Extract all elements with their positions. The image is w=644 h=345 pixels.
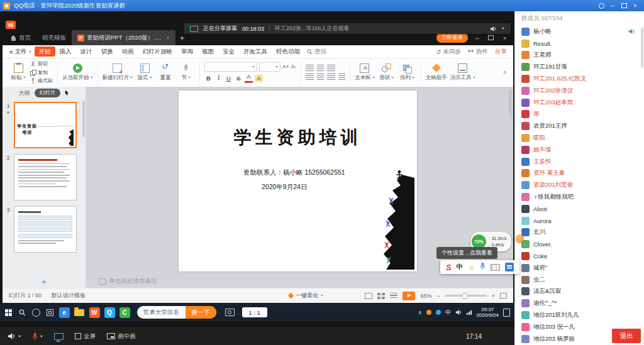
- microphone-control[interactable]: [32, 332, 43, 341]
- minimize-button[interactable]: ─: [607, 1, 618, 10]
- ribbon-tab-安全[interactable]: 安全: [218, 47, 239, 57]
- member-row[interactable]: 她不懂: [515, 144, 644, 156]
- slide-editor[interactable]: 学生资助培训 资助联系人：杨小略 15255062551 2020年9月24日: [179, 90, 417, 271]
- search-go-button[interactable]: 搜一下: [186, 306, 216, 319]
- taskbar-clock[interactable]: 20:37 2020/9/24: [476, 307, 499, 319]
- member-row[interactable]: 北川.: [515, 227, 644, 239]
- zoom-out-button[interactable]: −: [436, 293, 440, 299]
- ribbon-tab-视图[interactable]: 视图: [197, 47, 218, 57]
- ime-mic-icon[interactable]: [480, 261, 486, 273]
- paste-button[interactable]: 粘贴: [9, 63, 27, 82]
- tab-document[interactable]: P 资助培训PPT（2020版）.pptx ×: [72, 30, 175, 45]
- wps-logo[interactable]: W: [6, 21, 16, 29]
- member-row[interactable]: 闹: [515, 109, 644, 121]
- thumbnails-scrollbar[interactable]: [82, 101, 85, 137]
- shapes-button[interactable]: 形状: [378, 63, 396, 82]
- slide-thumbnail-2[interactable]: [14, 154, 77, 200]
- find-command[interactable]: 查找: [307, 48, 326, 56]
- font-size-select[interactable]: [259, 62, 280, 72]
- arrange-button[interactable]: 排列: [399, 63, 416, 82]
- exit-call-button[interactable]: 退出: [612, 329, 641, 343]
- member-row[interactable]: 暖阳.: [515, 132, 644, 144]
- ime-mode-indicator[interactable]: 中: [457, 263, 464, 271]
- close-tab-icon[interactable]: ×: [166, 35, 170, 41]
- section-button[interactable]: 节: [177, 63, 195, 82]
- ribbon-tab-切换[interactable]: 切换: [97, 47, 118, 57]
- bold-button[interactable]: B: [204, 75, 213, 82]
- task-view-icon[interactable]: [43, 304, 57, 321]
- share-collapse-icon[interactable]: [502, 28, 504, 30]
- close-button[interactable]: ×: [630, 1, 641, 10]
- tray-qq-icon[interactable]: [426, 310, 431, 315]
- cut-button[interactable]: 剪切: [30, 60, 53, 67]
- add-slide-button[interactable]: +: [3, 277, 86, 287]
- font-family-select[interactable]: [204, 62, 257, 72]
- strikethrough-button[interactable]: S: [235, 75, 243, 82]
- member-row[interactable]: Result.: [515, 38, 644, 50]
- member-row[interactable]: 环工201.625.纪凯文: [515, 73, 644, 85]
- member-row[interactable]: 王老师: [515, 50, 644, 62]
- taskbar-search-icon[interactable]: [15, 304, 29, 321]
- numbering-icon[interactable]: [317, 65, 324, 71]
- italic-button[interactable]: I: [214, 75, 223, 81]
- taskbar-app-file-explorer[interactable]: [72, 304, 87, 321]
- textbox-button[interactable]: 文本框: [355, 63, 375, 82]
- climbing-cliff-image[interactable]: [362, 169, 414, 270]
- member-row[interactable]: Aurora: [515, 215, 644, 227]
- member-row[interactable]: 资环 黄玉象: [515, 168, 644, 180]
- sogou-logo-icon[interactable]: S: [446, 263, 452, 272]
- member-row[interactable]: 杨小略: [515, 26, 644, 38]
- zoom-slider-knob[interactable]: [462, 293, 468, 299]
- zoom-slider[interactable]: [445, 295, 487, 297]
- reading-view-icon[interactable]: [390, 293, 397, 299]
- ime-toolbox-icon[interactable]: [505, 263, 514, 271]
- slide-thumbnail-1[interactable]: 学生资助培训: [14, 102, 77, 148]
- wps-maximize-button[interactable]: [486, 35, 496, 40]
- members-scrollbar[interactable]: [641, 28, 643, 68]
- floating-ball-icon[interactable]: [516, 234, 524, 243]
- indent-icon[interactable]: [327, 65, 335, 71]
- fullscreen-button[interactable]: 全屏: [75, 332, 96, 341]
- member-row[interactable]: 虫二: [515, 274, 644, 286]
- member-row[interactable]: 城府": [515, 262, 644, 274]
- ribbon-tab-插入[interactable]: 插入: [55, 47, 76, 57]
- taskbar-app-edge-browser[interactable]: e: [57, 304, 72, 321]
- fit-slide-icon[interactable]: [500, 293, 507, 298]
- taskbar-app-wechat[interactable]: C: [117, 304, 132, 321]
- beautify-button[interactable]: 一键美化: [289, 292, 323, 300]
- format-painter-button[interactable]: 格式刷: [30, 77, 53, 84]
- ime-indicator[interactable]: 中: [445, 309, 451, 317]
- ribbon-tab-设计[interactable]: 设计: [76, 47, 97, 57]
- presentation-tools-button[interactable]: 演示工具: [450, 63, 475, 82]
- collapse-ribbon-icon[interactable]: ∧: [499, 69, 511, 75]
- new-tab-button[interactable]: +: [175, 33, 189, 43]
- network-icon[interactable]: [467, 310, 472, 315]
- reset-button[interactable]: 重置: [157, 63, 174, 82]
- sync-status[interactable]: ↺ 未同步: [436, 48, 461, 56]
- layout-button[interactable]: 版式: [136, 63, 153, 82]
- decrease-font-button[interactable]: A-: [291, 63, 297, 70]
- member-row[interactable]: 环工202张倩仪: [515, 85, 644, 97]
- keyboard-icon[interactable]: [491, 264, 500, 271]
- font-color-button[interactable]: A: [245, 74, 253, 83]
- start-button[interactable]: [1, 304, 15, 321]
- design-template-label[interactable]: 默认设计模板: [52, 292, 86, 300]
- bullets-icon[interactable]: [306, 65, 314, 71]
- highlight-button[interactable]: A: [255, 75, 263, 82]
- slide-thumbnail-3[interactable]: [14, 206, 77, 253]
- slideshow-play-button[interactable]: [402, 292, 415, 300]
- underline-button[interactable]: U: [225, 75, 233, 82]
- member-row[interactable]: Aloot: [515, 203, 644, 215]
- share-screen-control[interactable]: [54, 333, 64, 340]
- normal-view-icon[interactable]: [365, 293, 372, 299]
- notes-bar[interactable]: 单击此处添加备注: [99, 277, 157, 285]
- new-slide-button[interactable]: 新建幻灯片: [103, 63, 133, 82]
- tray-expand-icon[interactable]: ∧: [418, 309, 422, 315]
- member-row[interactable]: Clover.: [515, 238, 644, 250]
- ribbon-tab-动画[interactable]: 动画: [118, 47, 138, 57]
- member-row[interactable]: 迪伦^_^*: [515, 297, 644, 309]
- taskbar-app-wps-office[interactable]: W: [87, 304, 102, 321]
- slides-tab[interactable]: 幻灯片: [35, 89, 61, 97]
- member-row[interactable]: 地信201班刘凡凡: [515, 309, 644, 321]
- pip-button[interactable]: 画中画: [107, 332, 136, 341]
